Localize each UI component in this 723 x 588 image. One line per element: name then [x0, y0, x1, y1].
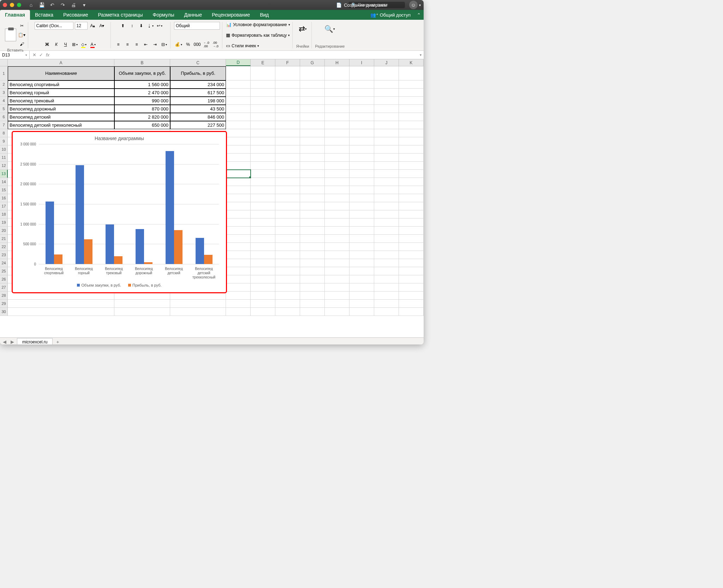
- cell[interactable]: [275, 89, 300, 97]
- cell[interactable]: [374, 308, 399, 316]
- insert-cells-icon[interactable]: ⇄▾: [298, 22, 307, 36]
- cell[interactable]: [300, 145, 325, 154]
- cell[interactable]: [275, 267, 300, 275]
- cell[interactable]: [300, 259, 325, 267]
- cell[interactable]: [226, 227, 251, 235]
- cell[interactable]: [349, 283, 374, 292]
- cell-styles-button[interactable]: ▭ Стили ячеек▾: [226, 43, 259, 48]
- cell[interactable]: [275, 121, 300, 129]
- cell[interactable]: Велосипед горный: [8, 89, 114, 97]
- cell[interactable]: [399, 66, 424, 80]
- cell[interactable]: [275, 218, 300, 227]
- cell[interactable]: [325, 170, 349, 178]
- cell[interactable]: [399, 186, 424, 194]
- add-sheet-icon[interactable]: ＋: [54, 338, 61, 345]
- cell[interactable]: [275, 259, 300, 267]
- currency-icon[interactable]: 💰: [174, 41, 183, 48]
- cell[interactable]: 2 820 000: [114, 113, 170, 121]
- column-header[interactable]: C: [170, 59, 226, 66]
- cell[interactable]: [275, 292, 300, 300]
- cell[interactable]: [226, 267, 251, 275]
- cell[interactable]: [399, 300, 424, 308]
- cell[interactable]: [251, 259, 275, 267]
- customize-qat-icon[interactable]: ▾: [81, 2, 87, 8]
- cell[interactable]: [325, 97, 349, 105]
- format-painter-icon[interactable]: 🖌: [18, 40, 26, 48]
- chart-bar[interactable]: [144, 262, 153, 264]
- cell[interactable]: [226, 170, 251, 178]
- cell[interactable]: [349, 194, 374, 202]
- cell[interactable]: [275, 137, 300, 145]
- cell[interactable]: [275, 170, 300, 178]
- cell[interactable]: [226, 89, 251, 97]
- percent-icon[interactable]: %: [184, 41, 192, 48]
- cell[interactable]: 43 500: [170, 105, 226, 113]
- cell[interactable]: [300, 243, 325, 251]
- cell[interactable]: [251, 80, 275, 89]
- cell[interactable]: 1 560 000: [114, 80, 170, 89]
- decrease-font-icon[interactable]: A▾: [98, 22, 106, 30]
- increase-decimal-icon[interactable]: ←.0.00: [203, 41, 210, 48]
- chart-object[interactable]: Название диаграммы 0500 0001 000 0001 50…: [12, 131, 227, 293]
- column-header[interactable]: H: [325, 59, 349, 66]
- user-dropdown-icon[interactable]: ▾: [419, 3, 421, 7]
- cell[interactable]: [300, 80, 325, 89]
- cell[interactable]: [325, 80, 349, 89]
- cell[interactable]: [349, 275, 374, 283]
- cell[interactable]: [300, 267, 325, 275]
- chart-bar[interactable]: [84, 239, 92, 264]
- cell[interactable]: [399, 145, 424, 154]
- cell[interactable]: [300, 129, 325, 137]
- wrap-text-icon[interactable]: ↩: [156, 22, 163, 30]
- cell[interactable]: [399, 251, 424, 259]
- cell[interactable]: [374, 251, 399, 259]
- row-header[interactable]: 10: [0, 145, 8, 154]
- decrease-indent-icon[interactable]: ⇤: [142, 41, 150, 48]
- cut-icon[interactable]: ✂: [18, 22, 26, 30]
- cell[interactable]: [300, 251, 325, 259]
- cell[interactable]: [349, 235, 374, 243]
- align-bottom-icon[interactable]: ⬇: [137, 22, 145, 30]
- chart-bar[interactable]: [46, 202, 54, 264]
- row-header[interactable]: 9: [0, 137, 8, 145]
- cell[interactable]: [325, 243, 349, 251]
- cell[interactable]: [275, 97, 300, 105]
- cell[interactable]: Велосипед спортивный: [8, 80, 114, 89]
- cell[interactable]: [399, 80, 424, 89]
- cell[interactable]: [251, 227, 275, 235]
- find-select-icon[interactable]: 🔍▾: [324, 22, 335, 36]
- cell[interactable]: [399, 89, 424, 97]
- cell[interactable]: [399, 275, 424, 283]
- cell[interactable]: [374, 243, 399, 251]
- cell[interactable]: [349, 251, 374, 259]
- cell[interactable]: [251, 113, 275, 121]
- cell[interactable]: [399, 259, 424, 267]
- row-header[interactable]: 4: [0, 97, 8, 105]
- row-header[interactable]: 29: [0, 300, 8, 308]
- cell[interactable]: [226, 113, 251, 121]
- cell[interactable]: [399, 243, 424, 251]
- cell[interactable]: [325, 194, 349, 202]
- cell[interactable]: [374, 267, 399, 275]
- cell[interactable]: [399, 97, 424, 105]
- cell[interactable]: [374, 202, 399, 210]
- cell[interactable]: [300, 113, 325, 121]
- row-header[interactable]: 5: [0, 105, 8, 113]
- cell[interactable]: [399, 292, 424, 300]
- cell[interactable]: [251, 300, 275, 308]
- user-avatar-icon[interactable]: ☺: [409, 1, 418, 9]
- cell[interactable]: [349, 218, 374, 227]
- cell[interactable]: [399, 162, 424, 170]
- cell[interactable]: [226, 121, 251, 129]
- cell[interactable]: [349, 89, 374, 97]
- cell[interactable]: [226, 137, 251, 145]
- cell[interactable]: [349, 227, 374, 235]
- cell[interactable]: [251, 308, 275, 316]
- cell[interactable]: [226, 300, 251, 308]
- cell[interactable]: [349, 210, 374, 218]
- row-header[interactable]: 17: [0, 202, 8, 210]
- cell[interactable]: [349, 170, 374, 178]
- collapse-ribbon-icon[interactable]: ⌃: [417, 12, 421, 18]
- cell[interactable]: [325, 178, 349, 186]
- cell[interactable]: [325, 210, 349, 218]
